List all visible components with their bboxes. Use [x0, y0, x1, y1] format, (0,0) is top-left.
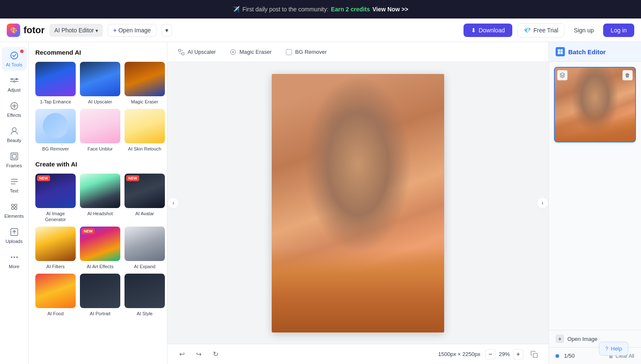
ai-photo-editor-button[interactable]: AI Photo Editor	[50, 24, 103, 37]
tool-ai-expand[interactable]: AI Expand	[124, 227, 165, 269]
svg-point-1	[11, 79, 13, 80]
sidebar-item-beauty[interactable]: Beauty	[2, 123, 27, 146]
sidebar-item-more[interactable]: More	[2, 249, 27, 272]
tool-portrait-img	[80, 274, 120, 308]
download-icon: ⬇	[471, 27, 476, 34]
tool-ai-upscaler[interactable]: AI Upscaler	[80, 62, 120, 105]
new-badge-arteffects: NEW	[82, 228, 95, 234]
tool-portrait-label: AI Portrait	[90, 311, 111, 317]
download-button[interactable]: ⬇ Download	[464, 24, 512, 37]
sidebar-item-ai-tools[interactable]: AI Tools	[2, 47, 27, 71]
tool-bgremover-img	[35, 109, 76, 143]
strip-delete-button[interactable]: 🗑	[622, 70, 633, 80]
batch-editor-icon	[556, 47, 565, 56]
svg-rect-25	[558, 49, 560, 51]
tool-1tap-enhance[interactable]: 1-Tap Enhance	[35, 62, 76, 105]
tool-ai-filters[interactable]: AI Filters	[35, 227, 76, 269]
logo[interactable]: 🎨 fotor	[7, 24, 45, 37]
view-now-link[interactable]: View Now >>	[372, 6, 408, 13]
signup-label: Sign up	[574, 27, 593, 34]
main-layout: AI Tools Adjust	[0, 42, 641, 364]
zoom-out-button[interactable]: −	[485, 349, 495, 359]
tool-skinretouch-img	[124, 109, 165, 143]
help-button[interactable]: ? Help	[599, 342, 628, 356]
open-image-dropdown[interactable]: ▾	[162, 24, 172, 37]
svg-rect-10	[11, 153, 18, 160]
undo-button[interactable]: ↩	[176, 348, 188, 360]
tool-ai-headshot[interactable]: AI Headshot	[80, 174, 120, 223]
magic-eraser-tool-label: Magic Eraser	[239, 49, 272, 55]
uploads-icon	[9, 227, 19, 237]
canvas-container[interactable]: › ‹	[167, 62, 548, 344]
tool-magic-eraser[interactable]: Magic Eraser	[124, 62, 165, 105]
icon-sidebar: AI Tools Adjust	[0, 42, 29, 364]
tool-face-unblur[interactable]: Face Unblur	[80, 109, 120, 152]
copy-button[interactable]	[528, 348, 540, 360]
image-dimensions: 1500px × 2250px	[438, 351, 480, 357]
signup-button[interactable]: Sign up	[569, 24, 598, 37]
banner-text: First daily post to the community:	[242, 6, 328, 13]
tool-ai-style[interactable]: AI Style	[124, 274, 165, 317]
upscaler-tool-icon	[177, 48, 185, 56]
create-ai-title: Create with AI	[35, 161, 160, 168]
login-button[interactable]: Log in	[603, 24, 634, 37]
open-image-label: Open Image	[118, 27, 151, 34]
banner-icon: ✈️	[233, 6, 240, 13]
top-banner: ✈️ First daily post to the community: Ea…	[0, 0, 641, 18]
batch-editor-header: Batch Editor	[549, 42, 641, 62]
canvas-area: AI Upscaler Magic Eraser BG Remover	[167, 42, 548, 364]
ai-upscaler-tool-label: AI Upscaler	[188, 49, 216, 55]
sidebar-frames-label: Frames	[6, 163, 22, 168]
banner-credits: Earn 2 credits	[331, 6, 370, 13]
tool-expand-img	[124, 227, 165, 261]
add-image-plus-icon: +	[556, 335, 564, 343]
bg-remover-tool-btn[interactable]: BG Remover	[282, 47, 330, 58]
effects-icon	[9, 101, 19, 111]
sidebar-item-effects[interactable]: Effects	[2, 98, 27, 121]
magic-eraser-tool-btn[interactable]: Magic Eraser	[226, 47, 275, 58]
svg-point-14	[11, 207, 13, 210]
diamond-icon: 💎	[524, 27, 531, 34]
sidebar-item-uploads[interactable]: Uploads	[2, 224, 27, 247]
sidebar-item-adjust[interactable]: Adjust	[2, 72, 27, 96]
tool-filters-img	[35, 227, 76, 261]
bg-remover-tool-label: BG Remover	[295, 49, 327, 55]
svg-rect-11	[12, 154, 16, 158]
tool-bg-remover[interactable]: BG Remover	[35, 109, 76, 152]
help-icon: ?	[605, 346, 608, 352]
tool-headshot-img	[80, 174, 120, 208]
tool-ai-image[interactable]: NEW AI Image Generator	[35, 174, 76, 223]
tool-ai-portrait[interactable]: AI Portrait	[80, 274, 120, 317]
rotate-button[interactable]: ↻	[209, 348, 221, 360]
strip-image-1[interactable]: 🗑	[554, 67, 636, 142]
sidebar-elements-label: Elements	[5, 214, 24, 219]
ai-photo-editor-label: AI Photo Editor	[54, 27, 94, 34]
sidebar-adjust-label: Adjust	[8, 87, 21, 92]
tool-arteffects-img: NEW	[80, 227, 120, 261]
ai-upscaler-tool-btn[interactable]: AI Upscaler	[174, 47, 219, 58]
sidebar-item-frames[interactable]: Frames	[2, 148, 27, 171]
tool-ai-avatar[interactable]: NEW AI Avatar	[124, 174, 165, 223]
svg-point-17	[11, 256, 12, 258]
tool-eraser-label: Magic Eraser	[131, 99, 159, 105]
ai-tools-icon	[9, 50, 19, 61]
more-icon	[9, 252, 19, 262]
open-image-button[interactable]: + Open Image	[108, 24, 156, 37]
tool-1tap-label: 1-Tap Enhance	[40, 99, 71, 105]
zoom-in-button[interactable]: +	[513, 349, 523, 359]
sidebar-item-text[interactable]: Text	[2, 173, 27, 197]
notification-dot	[20, 50, 24, 53]
new-badge-aiimage: NEW	[37, 175, 50, 181]
sidebar-item-elements[interactable]: Elements	[2, 198, 27, 222]
strip-layers-icon	[557, 70, 567, 80]
collapse-tools-panel-button[interactable]: ›	[167, 197, 179, 209]
tool-aiimage-img: NEW	[35, 174, 76, 208]
tool-skinretouch-label: AI Skin Retouch	[128, 146, 162, 152]
collapse-right-panel-button[interactable]: ‹	[537, 197, 548, 209]
svg-point-18	[13, 256, 15, 258]
tool-art-effects[interactable]: NEW AI Art Effects	[80, 227, 120, 269]
tool-ai-food[interactable]: AI Food	[35, 274, 76, 317]
free-trial-button[interactable]: 💎 Free Trial	[517, 23, 564, 37]
redo-button[interactable]: ↪	[193, 348, 204, 360]
tool-skin-retouch[interactable]: AI Skin Retouch	[124, 109, 165, 152]
